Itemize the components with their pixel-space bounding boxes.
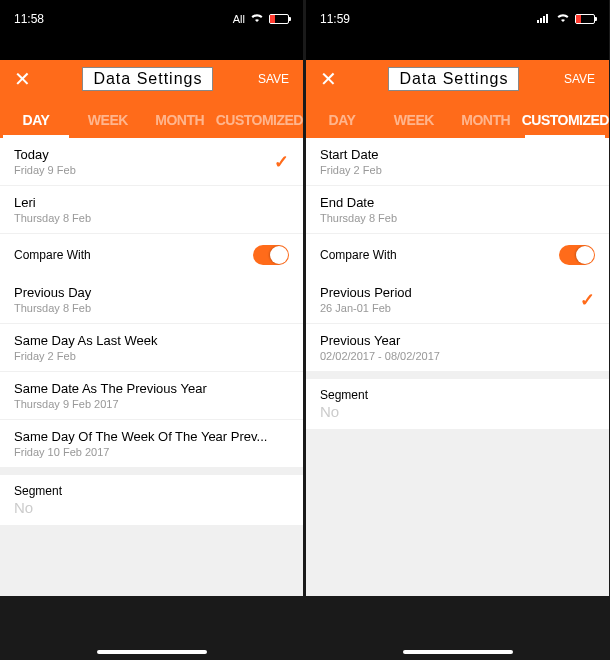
- segment-card: Segment No: [306, 379, 609, 429]
- option-sub: 26 Jan-01 Feb: [320, 302, 595, 314]
- compare-option-prev-year[interactable]: Previous Year 02/02/2017 - 08/02/2017: [306, 324, 609, 371]
- tabs: DAY WEEK MONTH CUSTOMIZED: [0, 98, 303, 138]
- option-today[interactable]: Today Friday 9 Feb ✓: [0, 138, 303, 186]
- content: Today Friday 9 Feb ✓ Leri Thursday 8 Feb…: [0, 138, 303, 660]
- option-sub: Friday 9 Feb: [14, 164, 289, 176]
- page-title: Data Settings: [82, 67, 213, 91]
- option-title: Same Day As Last Week: [14, 333, 289, 348]
- compare-option-prev-period[interactable]: Previous Period 26 Jan-01 Feb ✓: [306, 276, 609, 324]
- start-date-row[interactable]: Start Date Friday 2 Feb: [306, 138, 609, 186]
- segment-value: No: [320, 403, 595, 420]
- home-indicator[interactable]: [403, 650, 513, 654]
- wifi-icon: [250, 12, 264, 26]
- option-title: Today: [14, 147, 289, 162]
- option-title: End Date: [320, 195, 595, 210]
- option-sub: Thursday 8 Feb: [320, 212, 595, 224]
- svg-rect-2: [543, 16, 545, 23]
- status-time: 11:58: [14, 12, 44, 26]
- carrier-label: All: [233, 13, 245, 25]
- segment-card: Segment No: [0, 475, 303, 525]
- content: Start Date Friday 2 Feb End Date Thursda…: [306, 138, 609, 660]
- check-icon: ✓: [274, 151, 289, 173]
- option-title: Previous Day: [14, 285, 289, 300]
- status-time: 11:59: [320, 12, 350, 26]
- option-title: Previous Year: [320, 333, 595, 348]
- compare-option-same-day-year[interactable]: Same Day Of The Week Of The Year Prev...…: [0, 420, 303, 467]
- tab-day[interactable]: DAY: [0, 112, 72, 138]
- compare-label: Compare With: [320, 248, 397, 262]
- home-bar-right: [306, 596, 609, 660]
- bottom-area: [0, 596, 610, 660]
- option-leri[interactable]: Leri Thursday 8 Feb: [0, 186, 303, 234]
- option-sub: Thursday 8 Feb: [14, 212, 289, 224]
- end-date-row[interactable]: End Date Thursday 8 Feb: [306, 186, 609, 234]
- compare-option-same-day-week[interactable]: Same Day As Last Week Friday 2 Feb: [0, 324, 303, 372]
- save-button[interactable]: SAVE: [258, 72, 289, 86]
- phone-left: 11:58 All ✕ Data Settings SAVE DAY WEEK …: [0, 0, 303, 660]
- compare-toggle[interactable]: [559, 245, 595, 265]
- segment-row[interactable]: Segment No: [306, 379, 609, 429]
- tab-week[interactable]: WEEK: [378, 112, 450, 138]
- save-button[interactable]: SAVE: [564, 72, 595, 86]
- battery-icon: [575, 14, 595, 24]
- option-title: Start Date: [320, 147, 595, 162]
- segment-value: No: [14, 499, 289, 516]
- phone-right: 11:59 ✕ Data Settings SAVE DAY WEEK MONT…: [306, 0, 609, 660]
- tab-customized[interactable]: CUSTOMIZED: [216, 112, 303, 138]
- option-sub: Thursday 8 Feb: [14, 302, 289, 314]
- wifi-icon: [556, 12, 570, 26]
- page-title: Data Settings: [388, 67, 519, 91]
- tab-customized[interactable]: CUSTOMIZED: [522, 112, 609, 138]
- tab-month[interactable]: MONTH: [450, 112, 522, 138]
- date-range-card: Start Date Friday 2 Feb End Date Thursda…: [306, 138, 609, 371]
- option-sub: Friday 2 Feb: [320, 164, 595, 176]
- status-right: [537, 12, 595, 26]
- date-options-card: Today Friday 9 Feb ✓ Leri Thursday 8 Feb…: [0, 138, 303, 467]
- option-title: Same Date As The Previous Year: [14, 381, 289, 396]
- home-bar-left: [0, 596, 303, 660]
- close-icon[interactable]: ✕: [320, 67, 344, 91]
- header: ✕ Data Settings SAVE: [306, 60, 609, 98]
- option-title: Previous Period: [320, 285, 595, 300]
- close-icon[interactable]: ✕: [14, 67, 38, 91]
- option-sub: 02/02/2017 - 08/02/2017: [320, 350, 595, 362]
- header: ✕ Data Settings SAVE: [0, 60, 303, 98]
- tab-week[interactable]: WEEK: [72, 112, 144, 138]
- check-icon: ✓: [580, 289, 595, 311]
- title-container: Data Settings: [38, 67, 258, 91]
- compare-label: Compare With: [14, 248, 91, 262]
- tab-day[interactable]: DAY: [306, 112, 378, 138]
- svg-rect-3: [546, 14, 548, 23]
- svg-rect-0: [537, 20, 539, 23]
- option-sub: Thursday 9 Feb 2017: [14, 398, 289, 410]
- status-bar: 11:59: [306, 0, 609, 38]
- gap: [0, 38, 303, 60]
- compare-row: Compare With: [0, 234, 303, 276]
- title-container: Data Settings: [344, 67, 564, 91]
- compare-option-same-date-year[interactable]: Same Date As The Previous Year Thursday …: [0, 372, 303, 420]
- compare-option-prev-day[interactable]: Previous Day Thursday 8 Feb: [0, 276, 303, 324]
- option-sub: Friday 2 Feb: [14, 350, 289, 362]
- status-right: All: [233, 12, 289, 26]
- compare-toggle[interactable]: [253, 245, 289, 265]
- option-title: Same Day Of The Week Of The Year Prev...: [14, 429, 289, 444]
- signal-icon: [537, 12, 551, 26]
- segment-row[interactable]: Segment No: [0, 475, 303, 525]
- status-bar: 11:58 All: [0, 0, 303, 38]
- svg-rect-1: [540, 18, 542, 23]
- segment-label: Segment: [320, 388, 595, 402]
- tabs: DAY WEEK MONTH CUSTOMIZED: [306, 98, 609, 138]
- tab-month[interactable]: MONTH: [144, 112, 216, 138]
- battery-icon: [269, 14, 289, 24]
- segment-label: Segment: [14, 484, 289, 498]
- gap: [306, 38, 609, 60]
- option-sub: Friday 10 Feb 2017: [14, 446, 289, 458]
- compare-row: Compare With: [306, 234, 609, 276]
- option-title: Leri: [14, 195, 289, 210]
- home-indicator[interactable]: [97, 650, 207, 654]
